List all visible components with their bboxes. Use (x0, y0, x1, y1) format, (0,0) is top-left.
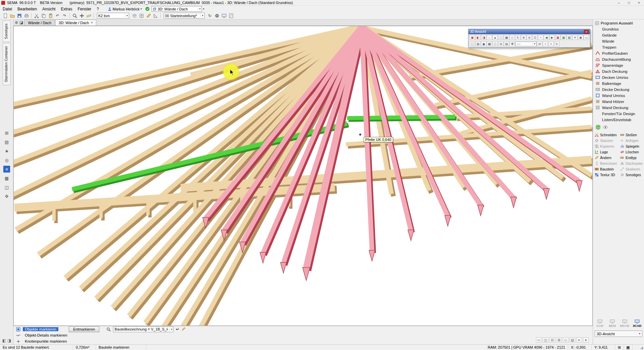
layers-icon[interactable] (131, 13, 138, 19)
workspace-icon[interactable]: ⊕ (15, 20, 18, 25)
op-spiegeln[interactable]: Spiegeln (619, 143, 644, 149)
settings-panel-icon[interactable] (3, 193, 10, 200)
nav-item-wand-hoelzer[interactable]: Wand Hölzer (593, 99, 644, 105)
resize-grip[interactable]: ◢ (633, 346, 644, 349)
nodes-marker-icon[interactable] (16, 339, 20, 344)
layout-split-v-icon[interactable]: ⊟ (549, 337, 555, 343)
hidden-line-icon[interactable]: ▧ (475, 41, 481, 46)
layout-list-icon[interactable]: ≡ (576, 337, 582, 343)
sidebar-tab-stammdaten-container[interactable]: Stammdaten Container (3, 43, 11, 85)
mark-add-icon[interactable]: ◧ (475, 35, 481, 40)
info-icon[interactable]: ≡ (3, 166, 10, 172)
camera-icon[interactable]: ◉ (578, 35, 583, 40)
palette-title-bar[interactable]: 3D Ansicht × (469, 29, 590, 34)
3cad-mode-button[interactable]: 3CAD (631, 319, 643, 328)
rotate-view-icon[interactable]: ↻ (515, 35, 521, 40)
unmark-button[interactable]: Entmarkieren (69, 327, 99, 332)
nav-item-fenster-tuer-design[interactable]: Fenster/Tür Design (593, 111, 644, 117)
layout-split-h-icon[interactable]: ◫ (543, 337, 548, 343)
transparent-icon[interactable]: ◻ (492, 41, 498, 46)
op-berechnen[interactable]: Berechnen (593, 160, 619, 166)
search-icon[interactable]: ◎ (3, 157, 10, 163)
nodes-marker-label[interactable]: Knotenpunkte markieren (23, 339, 69, 343)
nav-item-dachausmittlung[interactable]: Dachausmittlung (593, 56, 644, 62)
shaded-icon[interactable]: ◼ (481, 41, 486, 46)
tab-waende-dach[interactable]: Wände / Dach (24, 19, 55, 26)
previous-view-icon[interactable]: ◀ (544, 35, 549, 40)
palette-gear-icon[interactable] (509, 41, 515, 46)
grid-icon[interactable] (138, 13, 145, 19)
nav-item-decken-umriss[interactable]: Decken Umriss (593, 74, 644, 81)
pan-icon[interactable] (78, 13, 85, 19)
nav-item-profile-gauben[interactable]: Profile/Gauben (593, 50, 644, 56)
3d-objects-icon[interactable] (595, 124, 601, 130)
print-icon[interactable] (23, 13, 30, 19)
help-icon[interactable] (228, 13, 234, 19)
undo-icon[interactable]: ↶ (54, 13, 61, 19)
layers-panel-icon[interactable]: ▦ (3, 175, 10, 182)
op-schneiden[interactable]: Schneiden (593, 132, 619, 138)
textured-icon[interactable]: ▩ (487, 41, 492, 46)
catalog-icon[interactable]: ▤ (3, 139, 10, 145)
op-endtyp[interactable]: Endtyp (619, 155, 644, 160)
nav-item-treppen[interactable]: Treppen (593, 44, 644, 50)
mcad-mode-button[interactable]: MCAD (619, 319, 631, 328)
paste-icon[interactable] (47, 13, 54, 19)
red-grid-icon[interactable]: ▦ (555, 35, 560, 40)
menu-hilfe[interactable]: ? (94, 6, 102, 12)
mark-remove-icon[interactable]: ◨ (481, 35, 486, 40)
background-icon[interactable]: ▤ (504, 41, 509, 46)
palette-close-icon[interactable]: × (584, 30, 589, 34)
menu-extras[interactable]: Extras (58, 6, 75, 12)
visibility-icon[interactable] (603, 124, 608, 130)
view-history-icon[interactable]: ▾ (203, 7, 204, 10)
status-grid-icon[interactable]: ▦ (624, 345, 633, 350)
nav-item-listen-einzelstab[interactable]: Listen/Einzelstab (593, 117, 644, 123)
green-table-icon[interactable]: ▦ (561, 35, 566, 40)
details-marker-icon[interactable] (16, 333, 20, 338)
copy-icon[interactable] (40, 13, 47, 19)
zoom-icon[interactable] (71, 13, 78, 19)
redo-icon[interactable]: ↷ (61, 13, 68, 19)
op-textur-3d[interactable]: Textur 3D (593, 172, 619, 178)
texture-icon[interactable]: ▨ (567, 35, 572, 40)
op-loeschen[interactable]: Löschen (619, 149, 644, 155)
menu-bearbeiten[interactable]: Bearbeiten (15, 6, 40, 12)
pin-icon[interactable]: ◪ (19, 20, 23, 25)
menu-fenster[interactable]: Fenster (75, 6, 94, 12)
filter-combo[interactable]: Bauteilbezeichnung = V_1B_S_H ▾ (113, 327, 173, 332)
cad-mode-button[interactable]: CAD (594, 319, 606, 328)
house-view-icon[interactable]: ⌂ (487, 35, 492, 40)
layout-settings-icon[interactable]: ▾ (583, 337, 589, 343)
view-status-combo[interactable]: 3D-Ansicht ▾ (595, 331, 642, 337)
section-icon[interactable]: ⊟ (498, 41, 503, 46)
favorites-icon[interactable]: ★ (3, 148, 10, 154)
zoom-in-icon[interactable]: ⊕ (521, 35, 526, 40)
new-document-icon[interactable] (2, 13, 8, 19)
mark-icon[interactable]: ▣ (470, 35, 475, 40)
palette-view-dropdown[interactable]: ---- ▾ (515, 42, 537, 46)
op-dachraster[interactable]: Dachraster (619, 160, 644, 166)
angle-icon[interactable] (152, 13, 159, 19)
next-view-icon[interactable]: ▶ (549, 35, 555, 40)
components-icon[interactable]: ⊞ (3, 130, 10, 136)
add-view-icon[interactable]: + (543, 41, 548, 46)
nav-item-waende[interactable]: Wände (593, 38, 644, 44)
view-selector-combo[interactable]: 3D: Wände / Dach ▾ (152, 6, 202, 12)
op-skalieren[interactable]: Skalieren (619, 166, 644, 172)
preset-selector-combo[interactable]: K2 bvn ▾ (97, 13, 129, 18)
nav-item-decke-deckung[interactable]: Decke Deckung (593, 87, 644, 93)
display-icon[interactable] (221, 13, 227, 19)
cut-icon[interactable] (33, 13, 40, 19)
palette-refresh-icon[interactable]: ↻ (554, 41, 559, 46)
palette-3d-ansicht[interactable]: 3D Ansicht × ▣ ◧ ◨ ⌂ ▲ ▢ ▦ ◇ ↻ ⊕ ⊖ ⊡ + ◀… (468, 29, 590, 48)
op-aendern[interactable]: Ändern (593, 155, 619, 160)
sync-icon[interactable] (145, 7, 150, 11)
close-tab-icon[interactable]: × (91, 21, 93, 24)
sidebar-tab-sonstiges[interactable]: Sonstiges (3, 20, 11, 42)
filter-edit-icon[interactable] (181, 327, 185, 331)
pan-view-icon[interactable]: + (538, 35, 543, 40)
bem-mode-button[interactable]: BEM (606, 319, 619, 328)
minimize-button[interactable]: – (614, 0, 624, 6)
open-project-icon[interactable] (9, 13, 15, 19)
